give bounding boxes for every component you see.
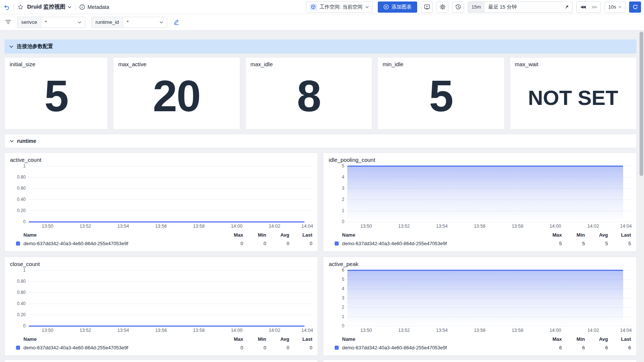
legend-header-row: NameMaxMinAvgLast — [329, 231, 631, 239]
tv-mode-button[interactable] — [421, 1, 433, 13]
legend: NameMaxMinAvgLastdemo-637dd342-40a3-4e60… — [10, 335, 312, 352]
stat-title: max_wait — [515, 61, 632, 67]
refresh-button[interactable] — [629, 1, 641, 13]
history-button[interactable] — [452, 1, 464, 13]
favorite-star-icon[interactable] — [17, 4, 23, 10]
variable-select-serivce[interactable]: serivce * — [17, 17, 86, 28]
scrollbar-thumb[interactable] — [640, 32, 643, 176]
x-axis-label: 13:52 — [80, 328, 91, 333]
series-stat-value: 6 — [539, 345, 562, 350]
chevron-down-icon — [365, 6, 369, 8]
legend-header-name: Name — [23, 336, 220, 342]
variable-value: * — [127, 19, 129, 25]
y-axis-label: 2 — [342, 197, 344, 202]
x-axis-label: 13:54 — [117, 328, 129, 333]
stat-title: initial_size — [10, 61, 103, 67]
x-axis-label: 13:58 — [193, 224, 205, 229]
y-axis-label: 1 — [23, 163, 26, 169]
gridline — [29, 304, 312, 304]
add-chart-button[interactable]: 添加图表 — [378, 1, 417, 13]
pin-icon[interactable] — [564, 4, 569, 10]
x-axis-label: 13:54 — [436, 328, 448, 333]
y-axis-label: 3 — [342, 295, 344, 301]
undo-icon[interactable] — [4, 4, 10, 10]
time-range-picker[interactable]: 15m 最近 15 分钟 — [468, 1, 573, 13]
legend-header-stat: Max — [220, 336, 243, 342]
x-axis-label: 14:04 — [302, 224, 313, 229]
variable-select-runtime-id[interactable]: runtime_id * — [91, 17, 167, 28]
chevron-down-icon — [68, 6, 71, 8]
legend-series-row[interactable]: demo-637dd342-40a3-4e60-864d-255e47053e9… — [10, 239, 312, 248]
history-clock-icon — [455, 4, 461, 10]
time-range-badge: 15m — [468, 2, 484, 12]
plot-region: 6543210 — [329, 270, 631, 326]
filter-icon[interactable] — [5, 19, 11, 25]
plot-region: 10.800.600.400.200 — [10, 166, 312, 222]
legend-header-stat: Last — [608, 232, 631, 238]
legend-header-stat: Avg — [266, 232, 289, 238]
monitor-play-icon — [424, 4, 430, 10]
info-icon — [79, 4, 85, 10]
shift-forward-button[interactable]: ▶▶ — [589, 2, 600, 12]
legend-header-row: NameMaxMinAvgLast — [329, 335, 631, 343]
x-axis-label: 14:04 — [620, 328, 632, 333]
x-axis-label: 13:52 — [398, 328, 410, 333]
x-axis-label: 13:52 — [398, 224, 410, 229]
refresh-icon — [632, 4, 638, 10]
series-stat-value: 0 — [289, 345, 312, 350]
dashboard-title-dropdown[interactable]: Druid 监控视图 — [27, 3, 71, 10]
x-axis-label: 13:50 — [360, 328, 372, 333]
y-axis-label: 0 — [342, 219, 344, 224]
series-stat-value: 0 — [220, 241, 243, 246]
legend-series-row[interactable]: demo-637dd342-40a3-4e60-864d-255e47053e9… — [329, 239, 631, 248]
section-header-runtime[interactable]: runtime — [4, 134, 637, 148]
workspace-select[interactable]: 工作空间: 当前空间 — [306, 1, 373, 13]
gridline — [29, 270, 312, 270]
series-stat-value: 5 — [562, 241, 585, 246]
chevron-down-icon — [618, 6, 622, 8]
series-color-swatch — [335, 241, 339, 246]
section-header-pool-config[interactable]: 连接池参数配置 — [4, 39, 637, 54]
y-axis-label: 4 — [342, 174, 344, 180]
legend-series-row[interactable]: demo-637dd342-40a3-4e60-864d-255e47053e9… — [329, 343, 631, 352]
next-row-panels — [4, 360, 637, 362]
series-stat-value: 0 — [266, 241, 289, 246]
series-stat-value: 0 — [220, 345, 243, 350]
y-axis-label: 1 — [342, 314, 344, 319]
y-axis-label: 4 — [342, 286, 344, 291]
settings-button[interactable] — [437, 1, 448, 13]
y-axis: 6543210 — [329, 270, 347, 326]
legend-header-stat: Last — [608, 336, 631, 342]
shift-back-button[interactable]: ◀◀ — [577, 2, 589, 12]
scrollbar-track[interactable] — [639, 31, 644, 362]
metadata-tab[interactable]: Metadata — [79, 4, 109, 10]
time-series-plot[interactable] — [29, 270, 312, 326]
edit-variables-button[interactable] — [173, 19, 180, 25]
legend: NameMaxMinAvgLastdemo-637dd342-40a3-4e60… — [329, 231, 631, 248]
chart-panel-active_peak: active_peak654321013:5013:5213:5413:5613… — [323, 257, 637, 356]
gridline — [29, 315, 312, 315]
filter-bar: serivce * runtime_id * — [0, 14, 644, 31]
series-area-fill — [347, 166, 623, 222]
y-axis-label: 2 — [342, 305, 344, 310]
legend-header-name: Name — [342, 336, 539, 342]
stat-title: min_idle — [383, 61, 499, 67]
y-axis-label: 0 — [23, 323, 26, 329]
legend-series-row[interactable]: demo-637dd342-40a3-4e60-864d-255e47053e9… — [10, 343, 312, 352]
legend-header-stat: Max — [539, 232, 562, 238]
refresh-interval-select[interactable]: 10s — [605, 1, 625, 13]
time-series-plot[interactable] — [347, 270, 631, 326]
series-stat-value: 5 — [585, 241, 608, 246]
legend-header-stat: Min — [562, 232, 585, 238]
variable-value: * — [45, 19, 47, 25]
time-series-plot[interactable] — [29, 166, 312, 222]
series-name: demo-637dd342-40a3-4e60-864d-255e47053e9… — [342, 241, 539, 246]
series-stat-value: 5 — [539, 241, 562, 246]
stat-panel-max_wait: max_waitNOT SET — [510, 57, 637, 129]
time-series-plot[interactable] — [347, 166, 631, 222]
series-stat-value: 0 — [266, 345, 289, 350]
x-axis-label: 13:56 — [155, 328, 167, 333]
stat-value: 8 — [246, 74, 372, 118]
x-axis-label: 13:54 — [436, 224, 448, 229]
section-title: 连接池参数配置 — [17, 43, 53, 50]
